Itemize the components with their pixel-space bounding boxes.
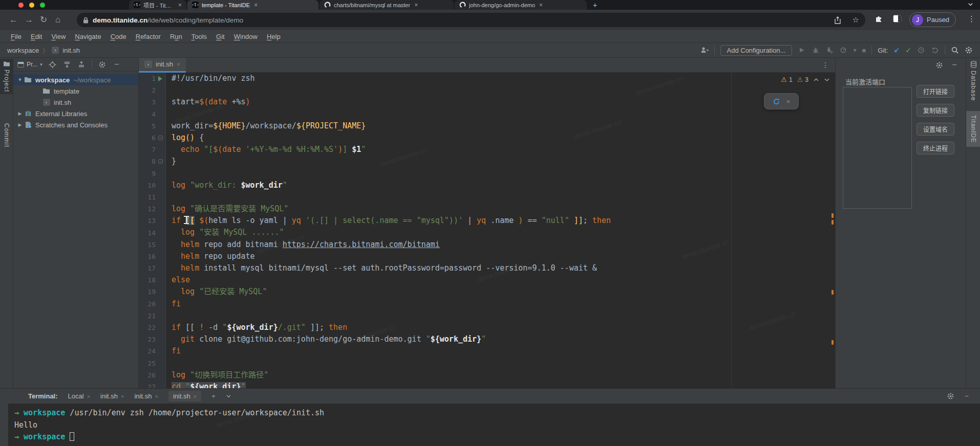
run-options-chevron-icon[interactable]: ▾ [853,47,856,54]
terminal-tab[interactable]: init.sh× [100,392,124,400]
terminal-tab-close-icon[interactable]: × [155,393,158,399]
next-issue-chevron-icon[interactable] [824,77,830,82]
locate-file-crosshair-icon[interactable] [49,59,57,70]
search-icon[interactable] [951,45,959,55]
port-button-4[interactable]: 终止进程 [917,142,954,154]
editor-tab-options-dots-icon[interactable]: ⋮ [822,61,835,69]
address-bar[interactable]: demo.titanide.cn /ide/web/coding/templat… [77,13,865,27]
fold-box-icon[interactable] [158,136,163,140]
tool-button-database[interactable]: Database [966,61,980,101]
chevron-down-icon[interactable]: ▼ [16,77,24,82]
panel-settings-gear-icon[interactable] [98,59,106,70]
terminal-tab[interactable]: init.sh× [168,391,201,402]
minimize-window-button[interactable] [29,3,34,8]
menu-item-help[interactable]: Help [262,33,285,40]
menu-item-edit[interactable]: Edit [26,33,47,40]
breadcrumb-root[interactable]: workspace [7,47,39,54]
project-view-selector[interactable]: Pr... ▾ [17,61,42,68]
port-button-1[interactable]: 打开链接 [917,85,954,98]
chevron-right-icon[interactable]: ▶ [16,122,24,127]
collapse-all-icon[interactable] [77,59,86,70]
refresh-popup[interactable]: × [764,93,799,109]
forward-icon[interactable]: → [25,14,33,25]
browser-tab[interactable]: charts/bitnami/mysql at master× [319,0,454,10]
bookmark-star-icon[interactable]: ☆ [853,15,859,25]
terminal-dropdown-chevron-icon[interactable] [226,394,231,398]
expand-all-icon[interactable] [63,59,71,70]
maximize-window-button[interactable] [40,3,45,8]
extensions-puzzle-icon[interactable] [875,14,883,23]
profiler-icon[interactable] [839,45,847,55]
terminal-settings-gear-icon[interactable] [946,391,954,402]
menu-item-window[interactable]: Window [229,33,262,40]
rollback-icon[interactable] [931,45,939,55]
menu-item-code[interactable]: Code [106,33,131,40]
editor-tab-close-icon[interactable]: × [177,61,180,68]
window-controls[interactable] [18,3,45,8]
run-line-icon[interactable] [156,76,165,81]
menu-item-refactor[interactable]: Refactor [131,33,165,40]
menu-item-tools[interactable]: Tools [187,33,211,40]
new-terminal-plus-icon[interactable]: + [211,392,216,400]
breadcrumb-file[interactable]: init.sh [62,47,80,54]
git-commit-check-icon[interactable]: ✓ [905,46,911,54]
browser-tab[interactable]: ‹t›项目 - TitanIDE× [129,0,186,10]
add-configuration-button[interactable]: Add Configuration... [720,45,793,56]
settings-gear-icon[interactable] [965,45,973,55]
home-icon[interactable]: ⌂ [55,14,60,25]
hide-terminal-minus-icon[interactable]: − [963,391,971,402]
menu-item-file[interactable]: File [6,33,26,40]
popup-close-icon[interactable]: × [786,98,791,105]
tool-button-commit[interactable]: Commit [3,123,10,149]
terminal-tab[interactable]: init.sh× [134,392,158,400]
reload-icon[interactable]: ↻ [40,14,47,25]
tree-row-external-libraries[interactable]: ▶External Libraries [13,108,138,119]
debug-bug-icon[interactable] [812,45,820,55]
tool-button-project[interactable]: Project [0,59,13,94]
refresh-icon[interactable] [773,98,780,105]
browser-menu-dots-icon[interactable]: ⋮ [968,14,975,24]
chevron-right-icon[interactable]: ▶ [16,111,24,116]
stop-icon[interactable]: ■ [862,47,866,54]
coverage-icon[interactable] [825,45,834,55]
browser-profile-button[interactable]: J Paused [909,12,956,27]
fold-box-icon[interactable] [158,159,163,164]
tree-row-template[interactable]: template [13,85,138,97]
fold-marker-icon[interactable] [156,136,165,140]
terminal-tab[interactable]: Local× [68,392,91,400]
tree-row-workspace[interactable]: ▼workspace~/workspace [13,74,138,85]
terminal-output[interactable]: → workspace /usr/bin/env zsh /home/proje… [8,404,980,446]
port-button-2[interactable]: 复制链接 [917,104,954,117]
git-update-icon[interactable]: ↙ [894,46,900,54]
menu-item-navigate[interactable]: Navigate [70,33,105,40]
fold-marker-icon[interactable] [156,159,165,164]
terminal-tab-close-icon[interactable]: × [121,393,124,399]
terminal-tab-close-icon[interactable]: × [194,393,197,399]
run-arrow-icon[interactable] [158,76,162,81]
tab-close-icon[interactable]: × [414,2,418,9]
editor-tab-init-sh[interactable]: › init.sh × [139,58,186,73]
panel-settings-gear-icon[interactable] [935,60,943,70]
hide-panel-minus-icon[interactable]: − [950,60,958,70]
new-tab-plus-icon[interactable]: + [588,0,602,10]
terminal-tab-close-icon[interactable]: × [87,393,90,399]
run-icon[interactable] [798,45,806,55]
tree-row-init-sh[interactable]: ›init.sh [13,97,138,108]
share-icon[interactable] [834,16,841,24]
tool-button-titanide[interactable]: TitanIDE [966,111,980,147]
side-panel-icon[interactable] [893,15,902,23]
code-area[interactable]: 1234567891011121314151617181920212223242… [139,73,835,388]
menu-item-run[interactable]: Run [165,33,187,40]
browser-tab[interactable]: john-deng/go-admin-demo× [455,0,587,10]
run-user-icon[interactable] [700,45,709,55]
active-ports-list[interactable] [843,87,912,209]
tab-close-icon[interactable]: × [254,2,258,9]
hide-panel-minus-icon[interactable]: − [113,59,121,70]
close-window-button[interactable] [18,3,24,8]
menu-item-git[interactable]: Git [211,33,229,40]
port-button-3[interactable]: 设置域名 [917,123,954,136]
tree-row-scratches-and-consoles[interactable]: ▶Scratches and Consoles [13,119,138,130]
menu-item-view[interactable]: View [47,33,70,40]
tab-close-icon[interactable]: × [539,2,543,9]
tab-close-icon[interactable]: × [178,2,182,9]
